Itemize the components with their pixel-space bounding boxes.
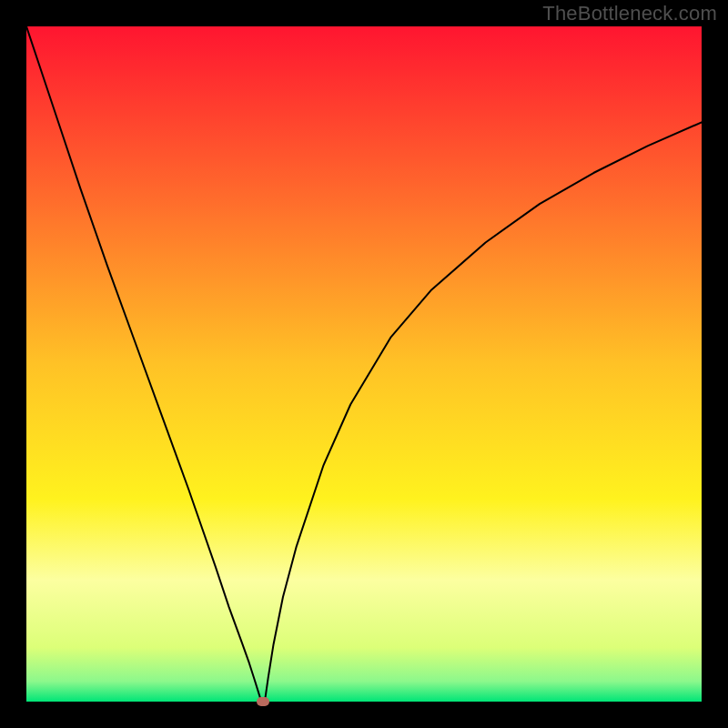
chart-background	[26, 26, 702, 702]
chart-frame: TheBottleneck.com	[0, 0, 728, 728]
attribution-text: TheBottleneck.com	[542, 2, 717, 25]
chart-svg	[26, 26, 702, 702]
optimal-marker	[257, 697, 269, 706]
plot-area	[26, 26, 702, 702]
